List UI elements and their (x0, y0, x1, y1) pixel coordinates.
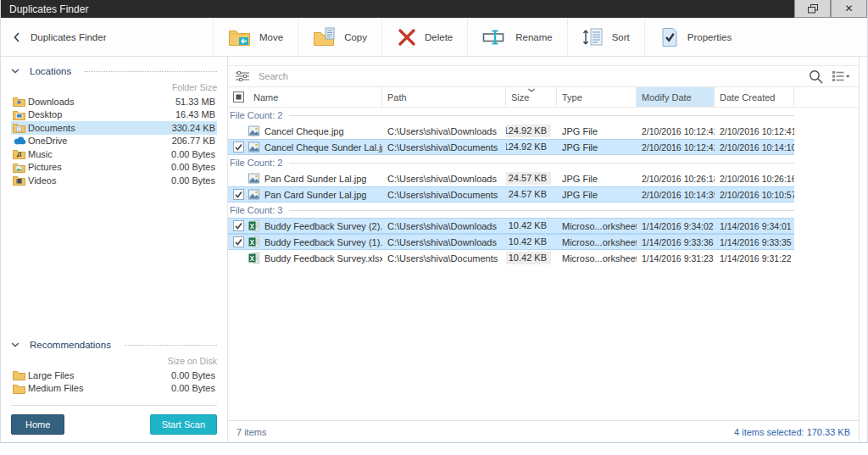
toolbar-rename-button[interactable]: Rename (468, 18, 567, 56)
modify-date: 2/10/2016 10:12:42 (642, 126, 715, 136)
file-type-cell: JPG File (557, 123, 637, 139)
window-controls: ✕ (794, 0, 867, 18)
table-row[interactable]: Buddy Feedback Survey (1).xlsxC:\Users\s… (228, 234, 794, 250)
toolbar-move-button[interactable]: Move (214, 18, 298, 56)
column-header-modify-date[interactable]: Modify Date (637, 87, 715, 107)
checkbox-checked-icon (233, 236, 244, 247)
sidebar-item-pictures[interactable]: Pictures0.00 Bytes (11, 161, 217, 175)
toolbar: Duplicates Finder MoveCopyDeleteRenameSo… (1, 18, 867, 57)
file-name: Buddy Feedback Survey (1).xlsx (264, 237, 382, 247)
back-button[interactable]: Duplicates Finder (1, 32, 213, 42)
search-bar (228, 65, 859, 87)
table-row[interactable]: Buddy Feedback Survey (2).xlsxC:\Users\s… (228, 218, 794, 234)
sidebar-item-downloads[interactable]: Downloads51.33 MB (11, 95, 217, 108)
table-header: NamePathSizeTypeModify DateDate Created (228, 87, 859, 108)
row-checkbox[interactable] (228, 219, 248, 233)
table-row[interactable]: Pan Card Sunder Lal.jpgC:\Users\shiva\Do… (228, 186, 794, 203)
toolbar-copy-button[interactable]: Copy (298, 18, 382, 56)
sidebar-item-size: 330.24 KB (172, 123, 215, 133)
sidebar-item-label: Documents (28, 123, 172, 133)
sidebar-item-music[interactable]: Music0.00 Bytes (11, 147, 217, 161)
file-path: C:\Users\shiva\Downloads (387, 126, 497, 136)
modify-date-cell: 1/14/2016 9:34:02 (637, 219, 715, 233)
filter-icon[interactable] (235, 70, 250, 82)
row-checkbox[interactable] (228, 187, 248, 202)
restore-button[interactable] (794, 0, 831, 18)
group-header-line (289, 163, 794, 164)
toolbar-properties-button[interactable]: Properties (645, 18, 746, 56)
modify-date: 2/10/2016 10:12:42 (642, 142, 715, 153)
toolbar-sort-button[interactable]: Sort (568, 18, 645, 56)
file-type-cell: JPG File (557, 187, 637, 202)
date-created: 1/14/2016 9:31:22 (720, 253, 792, 264)
home-button[interactable]: Home (11, 414, 64, 435)
file-path: C:\Users\shiva\Documents (387, 142, 498, 153)
sidebar-item-videos[interactable]: Videos0.00 Bytes (11, 174, 217, 187)
recommendations-section-header[interactable]: Recommendations (11, 340, 217, 350)
file-name: Cancel Cheque.jpg (264, 126, 344, 136)
file-path-cell: C:\Users\shiva\Documents (382, 140, 506, 154)
sidebar-item-desktop[interactable]: Desktop16.43 MB (11, 108, 217, 122)
chevron-down-icon (11, 69, 19, 74)
sidebar-footer: Home Start Scan (11, 414, 217, 435)
file-path: C:\Users\shiva\Downloads (387, 237, 497, 247)
start-scan-button[interactable]: Start Scan (150, 414, 217, 435)
row-checkbox[interactable] (228, 250, 248, 266)
row-checkbox[interactable] (228, 235, 248, 249)
sidebar-item-large-files[interactable]: Large Files0.00 Bytes (11, 369, 217, 382)
modify-date: 2/10/2016 10:14:35 (642, 190, 715, 200)
size-on-disk-column-label: Size on Disk (11, 356, 217, 366)
column-header-label: Path (387, 92, 407, 103)
selection-summary: 4 items selected: 170.33 KB (734, 427, 850, 437)
column-header-name[interactable]: Name (248, 87, 382, 107)
column-header-label: Modify Date (642, 92, 692, 103)
row-checkbox[interactable] (228, 140, 248, 154)
sidebar-item-onedrive[interactable]: OneDrive206.77 KB (11, 135, 217, 148)
file-size: 24.57 KB (506, 172, 551, 185)
file-type-cell: Microso...orksheet (557, 250, 637, 266)
videos-folder-icon (13, 175, 28, 186)
sidebar-item-documents[interactable]: Documents330.24 KB (11, 121, 217, 135)
sidebar-item-medium-files[interactable]: Medium Files0.00 Bytes (11, 382, 217, 396)
search-icon[interactable] (809, 69, 823, 84)
file-path-cell: C:\Users\shiva\Downloads (382, 235, 506, 249)
table-row[interactable]: Buddy Feedback Survey.xlsxC:\Users\shiva… (228, 250, 794, 266)
file-type-cell: JPG File (557, 140, 637, 154)
documents-folder-icon (13, 122, 28, 133)
file-size: 24.57 KB (506, 188, 551, 201)
toolbar-delete-button[interactable]: Delete (382, 18, 468, 56)
column-header-type[interactable]: Type (557, 87, 637, 107)
locations-section-header[interactable]: Locations (11, 66, 217, 76)
column-header-label: Size (511, 92, 529, 103)
view-options-icon[interactable] (832, 70, 850, 82)
date-created-cell: 2/10/2016 10:26:16 (715, 170, 794, 186)
select-all-checkbox-icon (233, 92, 244, 103)
file-path-cell: C:\Users\shiva\Documents (382, 250, 506, 266)
select-all-checkbox[interactable] (228, 87, 248, 107)
date-created-cell: 1/14/2016 9:33:35 (715, 235, 794, 249)
table-row[interactable]: Cancel Cheque.jpgC:\Users\shiva\Download… (228, 123, 794, 139)
column-header-label: Name (253, 92, 278, 103)
main-panel: NamePathSizeTypeModify DateDate Created … (228, 57, 860, 442)
table-row[interactable]: Cancel Cheque Sunder Lal.jpgC:\Users\shi… (228, 139, 794, 155)
excel-file-icon (248, 220, 259, 231)
date-created: 2/10/2016 10:14:10 (720, 142, 794, 153)
file-name-cell: Cancel Cheque.jpg (248, 123, 382, 139)
close-button[interactable]: ✕ (831, 0, 867, 18)
file-size: 10.42 KB (506, 252, 551, 264)
group-header-line (289, 115, 794, 116)
table-row[interactable]: Pan Card Sunder Lal.jpgC:\Users\shiva\Do… (228, 170, 794, 186)
column-header-path[interactable]: Path (382, 87, 506, 107)
group-header-line (289, 210, 794, 211)
column-header-size[interactable]: Size (506, 87, 557, 107)
music-folder-icon (13, 148, 28, 159)
date-created-cell: 1/14/2016 9:34:01 (715, 219, 794, 233)
file-size-cell: 10.42 KB (506, 250, 557, 266)
search-input[interactable] (259, 71, 800, 81)
row-checkbox[interactable] (228, 123, 248, 139)
sidebar-item-size: 0.00 Bytes (171, 149, 215, 159)
file-name-cell: Buddy Feedback Survey.xlsx (248, 250, 382, 266)
back-label: Duplicates Finder (31, 32, 106, 42)
row-checkbox[interactable] (228, 170, 248, 186)
column-header-date-created[interactable]: Date Created (715, 87, 794, 107)
